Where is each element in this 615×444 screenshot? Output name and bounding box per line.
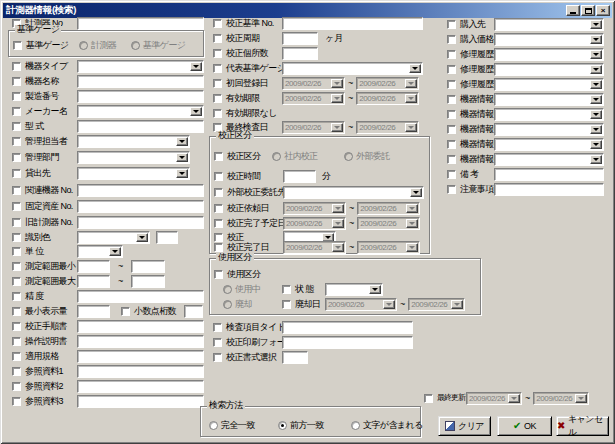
field-checkbox[interactable]	[447, 170, 456, 179]
field-checkbox[interactable]	[12, 137, 21, 146]
text-input[interactable]	[77, 75, 204, 88]
field-checkbox[interactable]	[213, 79, 222, 88]
field-checkbox[interactable]	[447, 185, 456, 194]
chevron-down-icon[interactable]	[176, 153, 188, 162]
chevron-down-icon[interactable]	[590, 125, 602, 134]
ok-button[interactable]: ✔ OK	[497, 416, 552, 436]
field-checkbox[interactable]	[213, 19, 222, 28]
field-checkbox[interactable]	[12, 337, 21, 346]
dropdown[interactable]	[494, 138, 604, 151]
dropdown[interactable]	[494, 108, 604, 121]
chevron-down-icon[interactable]	[590, 35, 602, 44]
text-input[interactable]	[282, 47, 318, 60]
close-button[interactable]: ×	[596, 5, 610, 16]
cancel-button[interactable]: ✖ キャンセル	[556, 416, 609, 436]
field-checkbox[interactable]	[447, 125, 456, 134]
text-input[interactable]	[77, 90, 204, 103]
chevron-down-icon[interactable]	[590, 20, 602, 29]
chevron-down-icon[interactable]	[136, 233, 148, 242]
dropdown[interactable]	[494, 78, 604, 91]
range-from-input[interactable]	[77, 275, 110, 288]
text-input[interactable]	[77, 305, 110, 318]
chevron-down-icon[interactable]	[590, 155, 602, 164]
field-checkbox[interactable]	[213, 323, 222, 332]
field-checkbox[interactable]	[447, 80, 456, 89]
dropdown[interactable]	[494, 18, 604, 31]
field-checkbox[interactable]	[213, 109, 222, 118]
last-update-checkbox[interactable]	[424, 394, 433, 403]
chevron-down-icon[interactable]	[369, 285, 381, 294]
dropdown[interactable]	[494, 153, 604, 166]
minimize-button[interactable]	[566, 5, 580, 16]
field-checkbox[interactable]	[12, 92, 21, 101]
field-checkbox[interactable]	[213, 64, 222, 73]
dropdown[interactable]	[77, 105, 204, 118]
text-input[interactable]	[282, 351, 308, 364]
field-checkbox[interactable]	[12, 307, 21, 316]
field-checkbox[interactable]	[213, 94, 222, 103]
field-checkbox[interactable]	[12, 169, 21, 178]
chevron-down-icon[interactable]	[410, 188, 422, 197]
text-input[interactable]	[77, 320, 204, 333]
field-checkbox[interactable]	[214, 172, 223, 181]
dropdown[interactable]	[77, 151, 190, 164]
chevron-down-icon[interactable]	[190, 62, 202, 71]
chevron-down-icon[interactable]	[176, 169, 188, 178]
field-checkbox[interactable]	[12, 382, 21, 391]
field-checkbox[interactable]	[447, 65, 456, 74]
field-checkbox[interactable]	[214, 152, 223, 161]
field-checkbox[interactable]	[12, 397, 21, 406]
chevron-down-icon[interactable]	[590, 140, 602, 149]
text-input[interactable]	[77, 395, 204, 408]
text-input[interactable]	[77, 120, 204, 133]
chevron-down-icon[interactable]	[109, 247, 121, 256]
field-checkbox[interactable]	[12, 62, 21, 71]
field-checkbox[interactable]	[12, 292, 21, 301]
maximize-button[interactable]	[581, 5, 595, 16]
text-input[interactable]	[494, 183, 604, 196]
text-input[interactable]	[77, 17, 204, 30]
field-checkbox[interactable]	[213, 338, 222, 347]
dropdown[interactable]	[77, 60, 204, 73]
field-checkbox[interactable]	[12, 247, 21, 256]
field-checkbox[interactable]	[12, 322, 21, 331]
dropdown[interactable]	[77, 245, 123, 258]
field-checkbox[interactable]	[447, 140, 456, 149]
field-checkbox[interactable]	[12, 107, 21, 116]
chevron-down-icon[interactable]	[190, 107, 202, 116]
field-checkbox[interactable]	[214, 204, 223, 213]
field-checkbox[interactable]	[12, 367, 21, 376]
field-checkbox[interactable]	[447, 155, 456, 164]
radio-prefix-match[interactable]	[278, 421, 287, 430]
color-sample-box[interactable]	[156, 231, 178, 244]
text-input[interactable]	[282, 321, 413, 334]
radio-exact-match[interactable]	[209, 421, 218, 430]
chevron-down-icon[interactable]	[590, 80, 602, 89]
dropdown[interactable]	[77, 231, 150, 244]
field-checkbox[interactable]	[12, 352, 21, 361]
field-checkbox[interactable]	[213, 34, 222, 43]
field-checkbox[interactable]	[214, 219, 223, 228]
text-input[interactable]	[77, 200, 204, 213]
chevron-down-icon[interactable]	[590, 50, 602, 59]
clear-button[interactable]: クリア	[438, 416, 491, 436]
text-input[interactable]	[282, 32, 318, 45]
chevron-down-icon[interactable]	[590, 65, 602, 74]
field-checkbox[interactable]	[447, 110, 456, 119]
field-checkbox[interactable]	[13, 41, 22, 50]
text-input[interactable]	[77, 350, 204, 363]
text-input[interactable]	[77, 184, 204, 197]
dropdown[interactable]	[494, 63, 604, 76]
chevron-down-icon[interactable]	[590, 110, 602, 119]
decimal-digits-input[interactable]	[184, 305, 203, 318]
field-checkbox[interactable]	[12, 122, 21, 131]
field-checkbox[interactable]	[12, 186, 21, 195]
text-input[interactable]	[77, 380, 204, 393]
field-checkbox[interactable]	[447, 50, 456, 59]
dropdown[interactable]	[77, 135, 190, 148]
field-checkbox[interactable]	[12, 153, 21, 162]
field-checkbox[interactable]	[447, 95, 456, 104]
text-input[interactable]	[494, 168, 604, 181]
field-checkbox[interactable]	[12, 218, 21, 227]
dropdown[interactable]	[494, 93, 604, 106]
